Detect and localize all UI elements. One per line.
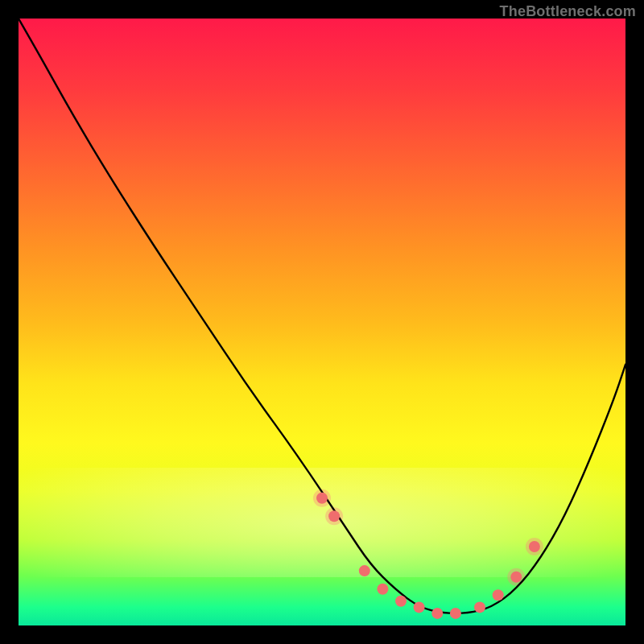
watermark-text: TheBottleneck.com — [500, 3, 636, 20]
chart-frame: TheBottleneck.com — [0, 0, 644, 644]
marker-dot — [316, 493, 328, 504]
marker-dot — [414, 601, 425, 613]
plot-area — [19, 19, 625, 625]
marker-dot — [510, 572, 522, 583]
marker-halo — [325, 507, 343, 525]
marker-halo — [526, 538, 543, 555]
highlight-glow-band — [19, 468, 625, 577]
chart-svg — [19, 19, 625, 625]
marker-halo — [313, 489, 331, 507]
marker-dot — [493, 589, 504, 601]
halo-markers-group — [313, 489, 543, 586]
marker-dot — [328, 510, 340, 522]
marker-dot — [529, 541, 540, 552]
marker-dot — [450, 608, 461, 619]
marker-dot — [395, 596, 407, 607]
marker-dot — [359, 565, 370, 576]
marker-dot — [431, 608, 443, 619]
marker-halo — [507, 568, 525, 586]
marker-dot — [474, 601, 485, 613]
markers-group — [316, 493, 540, 619]
bottleneck-curve — [19, 19, 625, 613]
marker-dot — [377, 584, 388, 595]
